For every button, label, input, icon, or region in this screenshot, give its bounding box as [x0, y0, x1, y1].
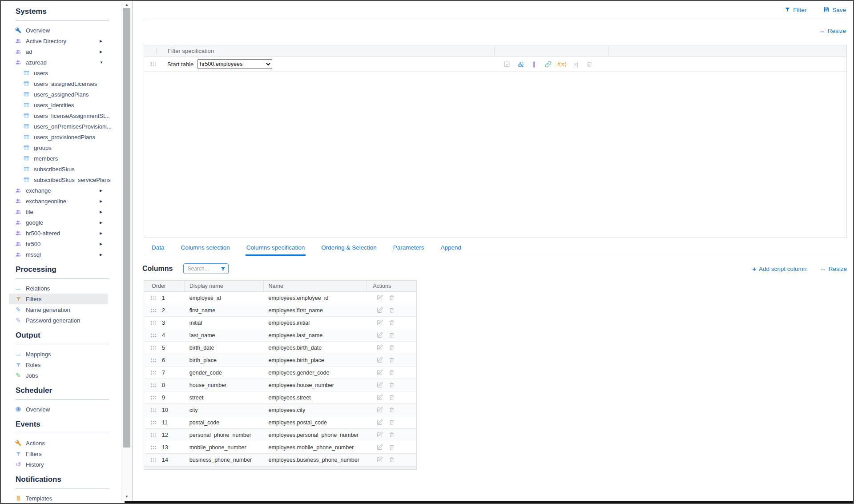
trash-icon[interactable] — [389, 456, 395, 463]
sidebar-item-users-assignedplans[interactable]: users_assignedPlans — [9, 89, 120, 100]
pipe-icon[interactable] — [530, 61, 538, 68]
drag-handle-icon[interactable] — [150, 346, 157, 350]
link-icon[interactable] — [544, 61, 552, 68]
drag-handle-icon[interactable] — [150, 383, 157, 387]
drag-handle-icon[interactable] — [150, 395, 157, 400]
edit-icon[interactable] — [376, 357, 383, 363]
sidebar-item-mappings[interactable]: ↔Mappings — [9, 349, 120, 359]
chevron-right-icon[interactable]: ▶ — [100, 50, 102, 54]
sidebar-item-users-onpremisesprovisioni[interactable]: users_onPremisesProvisioni... — [9, 121, 120, 132]
sidebar-item-exchangeonline[interactable]: exchangeonline▶ — [9, 196, 120, 206]
sidebar-item-history[interactable]: ↺History — [9, 459, 120, 470]
save-button[interactable]: Save — [823, 6, 846, 14]
sidebar-item-password-generation[interactable]: ✎Password generation — [9, 315, 120, 326]
chevron-right-icon[interactable]: ▶ — [100, 253, 102, 257]
drag-handle-icon[interactable] — [150, 296, 157, 300]
sidebar-item-azuread[interactable]: azuread▼ — [9, 57, 120, 68]
ampersand-icon[interactable]: & — [516, 60, 524, 69]
drag-handle-icon[interactable] — [150, 333, 157, 338]
trash-icon[interactable] — [389, 357, 395, 363]
sidebar-item-hr500-altered[interactable]: hr500-altered▶ — [9, 228, 120, 238]
chevron-right-icon[interactable]: ▶ — [100, 242, 102, 246]
drag-handle-icon[interactable] — [150, 308, 157, 313]
sidebar-item-groups[interactable]: groups — [9, 142, 120, 153]
tab-columns-specification[interactable]: Columns specification — [246, 242, 306, 256]
drag-handle-icon[interactable] — [150, 420, 157, 425]
sidebar-item-users-identities[interactable]: users_identities — [9, 100, 120, 110]
sidebar-item-roles[interactable]: Roles — [9, 359, 120, 370]
sidebar-item-relations[interactable]: ↔Relations — [9, 283, 120, 294]
edit-icon[interactable] — [376, 344, 383, 351]
checkbox-icon[interactable] — [503, 61, 511, 68]
tab-append[interactable]: Append — [440, 242, 463, 256]
sidebar-item-file[interactable]: file▶ — [9, 206, 120, 217]
trash-icon[interactable] — [389, 382, 395, 388]
sidebar-item-users-assignedlicenses[interactable]: users_assignedLicenses — [9, 78, 120, 89]
sidebar-item-filters[interactable]: Filters — [9, 294, 120, 304]
sidebar-item-actions[interactable]: Actions — [9, 438, 120, 448]
sidebar-item-mssql[interactable]: mssql▶ — [9, 249, 120, 260]
tab-ordering-selection[interactable]: Ordering & Selection — [320, 242, 378, 256]
edit-icon[interactable] — [376, 456, 383, 463]
edit-icon[interactable] — [376, 407, 383, 413]
filter-button[interactable]: Filter — [785, 6, 806, 14]
scroll-down-icon[interactable]: ▼ — [121, 494, 132, 500]
edit-icon[interactable] — [376, 431, 383, 438]
resize-columns-button[interactable]: ↔ Resize — [820, 265, 847, 273]
edit-icon[interactable] — [376, 307, 383, 314]
drag-handle-icon[interactable] — [150, 358, 157, 363]
sidebar-item-ad[interactable]: ad▶ — [9, 46, 120, 57]
drag-handle-icon[interactable] — [150, 408, 157, 412]
edit-icon[interactable] — [376, 332, 383, 339]
tab-columns-selection[interactable]: Columns selection — [180, 242, 231, 256]
resize-top-button[interactable]: ↔ Resize — [819, 28, 846, 34]
drag-handle-icon[interactable] — [150, 371, 157, 375]
scroll-up-icon[interactable]: ▲ — [121, 2, 132, 8]
sidebar-item-subscribedskus-serviceplans[interactable]: subscribedSkus_servicePlans — [9, 174, 120, 185]
sidebar-item-users[interactable]: users — [9, 68, 120, 78]
trash-icon[interactable] — [389, 444, 395, 451]
edit-icon[interactable] — [376, 394, 383, 401]
chevron-right-icon[interactable]: ▶ — [100, 189, 102, 193]
edit-icon[interactable] — [376, 369, 383, 376]
chevron-right-icon[interactable]: ▶ — [100, 199, 102, 203]
edit-icon[interactable] — [376, 382, 383, 388]
trash-icon[interactable] — [389, 319, 395, 326]
edit-icon[interactable] — [376, 294, 383, 301]
trash-icon[interactable] — [389, 332, 395, 339]
drag-handle-icon[interactable] — [150, 433, 157, 437]
sidebar-item-active-directory[interactable]: Active Directory▶ — [9, 36, 120, 46]
chevron-right-icon[interactable]: ▶ — [100, 39, 102, 43]
sidebar-item-users-provisionedplans[interactable]: users_provisionedPlans — [9, 132, 120, 142]
drag-handle-icon[interactable] — [150, 62, 157, 66]
edit-icon[interactable] — [376, 444, 383, 451]
trash-icon[interactable] — [389, 307, 395, 314]
no-match-icon[interactable]: |×| — [572, 61, 580, 68]
sidebar-item-google[interactable]: google▶ — [9, 217, 120, 228]
function-icon[interactable]: f(x) — [558, 61, 566, 68]
edit-icon[interactable] — [376, 319, 383, 326]
start-table-select[interactable]: hr500.employees — [197, 59, 272, 69]
tab-data[interactable]: Data — [151, 242, 165, 256]
sidebar-item-overview[interactable]: Overview — [9, 404, 120, 415]
tab-parameters[interactable]: Parameters — [392, 242, 425, 256]
trash-icon[interactable] — [389, 344, 395, 351]
sidebar-item-name-generation[interactable]: ✎Name generation — [9, 304, 120, 315]
trash-icon[interactable] — [585, 61, 593, 68]
sidebar-item-users-licenseassignmentst[interactable]: users_licenseAssignmentSt... — [9, 110, 120, 121]
trash-icon[interactable] — [389, 431, 395, 438]
sidebar-item-templates[interactable]: Templates — [9, 493, 120, 502]
scrollbar-thumb[interactable] — [123, 8, 130, 448]
trash-icon[interactable] — [389, 294, 395, 301]
drag-handle-icon[interactable] — [150, 445, 157, 450]
sidebar-item-overview[interactable]: Overview — [9, 25, 120, 36]
chevron-down-icon[interactable]: ▼ — [100, 60, 103, 65]
sidebar-item-filters[interactable]: Filters — [9, 448, 120, 459]
sidebar-item-exchange[interactable]: exchange▶ — [9, 185, 120, 196]
sidebar-item-members[interactable]: members — [9, 153, 120, 164]
add-script-column-button[interactable]: + Add script column — [752, 265, 806, 273]
sidebar-item-hr500[interactable]: hr500▶ — [9, 238, 120, 249]
drag-handle-icon[interactable] — [150, 458, 157, 462]
sidebar-item-subscribedskus[interactable]: subscribedSkus — [9, 164, 120, 174]
chevron-right-icon[interactable]: ▶ — [100, 231, 102, 235]
